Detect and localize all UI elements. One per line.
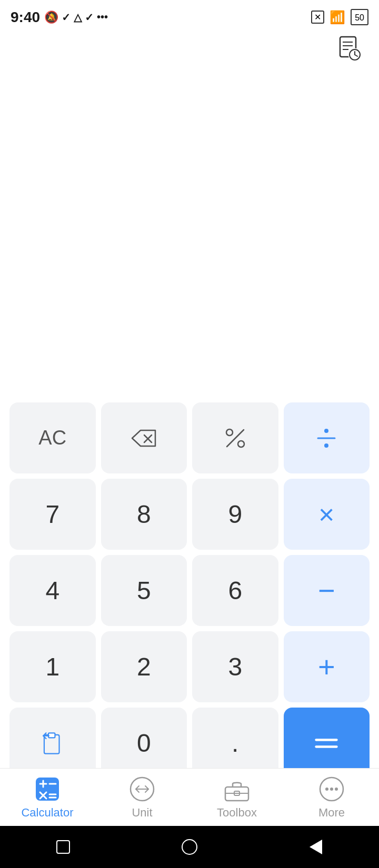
equals-icon [313,734,340,753]
time-display: 9:40 [11,9,40,26]
shape-icon: △ [74,11,82,24]
svg-point-13 [324,429,328,433]
divide-icon [314,426,339,451]
svg-rect-17 [48,733,55,738]
svg-point-35 [325,788,328,791]
android-recents-button[interactable] [54,837,73,856]
history-icon [336,35,363,62]
nav-label-calculator: Calculator [21,806,73,820]
status-bar: 9:40 🔕 ✓ △ ✓ ••• ✕ 📶 50 [0,0,379,29]
history-button[interactable] [333,32,366,65]
key-8[interactable]: 8 [101,479,187,550]
nav-item-toolbox[interactable]: Toolbox [190,769,284,826]
nav-item-more[interactable]: More [284,769,379,826]
unit-nav-icon [128,775,156,803]
key-4[interactable]: 4 [9,555,96,626]
battery-icon: 50 [351,9,368,25]
nav-label-toolbox: Toolbox [217,806,257,820]
keypad: AC 7 8 9 × [0,402,379,784]
key-2[interactable]: 2 [101,631,187,702]
key-row-3: 4 5 6 − [9,555,370,626]
key-row-4: 1 2 3 + [9,631,370,702]
nav-label-unit: Unit [132,806,152,820]
sim-icon: ✕ [311,11,324,24]
svg-line-12 [227,430,244,447]
key-multiply[interactable]: × [284,479,370,550]
svg-point-37 [335,788,338,791]
key-add[interactable]: + [284,631,370,702]
svg-point-36 [330,788,333,791]
key-6[interactable]: 6 [192,555,278,626]
svg-point-10 [226,429,233,436]
mute-icon: 🔕 [44,11,58,24]
percent-icon [223,426,248,451]
key-divide[interactable] [284,402,370,473]
calculator-nav-icon [34,775,61,803]
status-right: ✕ 📶 50 [311,9,368,25]
key-ac[interactable]: AC [9,402,96,473]
key-row-2: 7 8 9 × [9,479,370,550]
more-icon: ••• [97,11,108,23]
key-row-1: AC [9,402,370,473]
toolbox-nav-icon [223,775,251,803]
check-icon: ✓ [62,11,71,24]
display-area [0,74,379,337]
home-icon [182,839,197,855]
android-nav-bar [0,826,379,868]
key-5[interactable]: 5 [101,555,187,626]
nav-item-calculator[interactable]: Calculator [0,769,95,826]
android-back-button[interactable] [306,837,325,856]
check2-icon: ✓ [85,11,94,24]
key-9[interactable]: 9 [192,479,278,550]
key-subtract[interactable]: − [284,555,370,626]
key-backspace[interactable] [101,402,187,473]
key-7[interactable]: 7 [9,479,96,550]
android-home-button[interactable] [180,837,199,856]
recents-icon [56,840,70,854]
wifi-icon: 📶 [330,10,345,25]
status-left: 9:40 🔕 ✓ △ ✓ ••• [11,9,108,26]
key-3[interactable]: 3 [192,631,278,702]
more-nav-icon [318,775,345,803]
bottom-nav: Calculator Unit [0,768,379,826]
key-percent[interactable] [192,402,278,473]
status-icons: 🔕 ✓ △ ✓ ••• [44,11,108,24]
key-1[interactable]: 1 [9,631,96,702]
backspace-icon [130,428,157,448]
nav-label-more: More [318,806,345,820]
svg-point-11 [238,441,244,447]
paste-icon [41,730,64,756]
svg-point-14 [324,443,328,448]
back-icon [310,840,322,854]
nav-item-unit[interactable]: Unit [95,769,190,826]
